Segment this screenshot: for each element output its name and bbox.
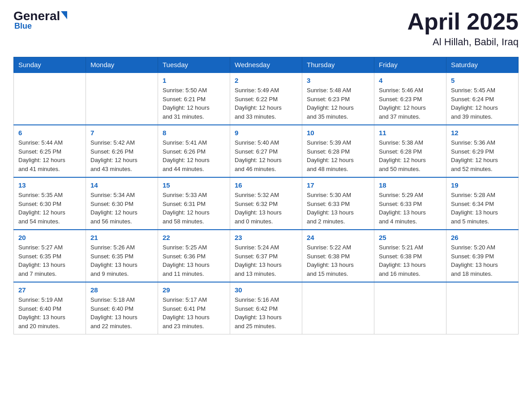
- day-info: Sunrise: 5:33 AM Sunset: 6:31 PM Dayligh…: [163, 191, 225, 226]
- calendar-cell: 1Sunrise: 5:50 AM Sunset: 6:21 PM Daylig…: [158, 73, 230, 125]
- calendar-cell: 16Sunrise: 5:32 AM Sunset: 6:32 PM Dayli…: [230, 177, 302, 230]
- logo-triangle-icon: [61, 11, 67, 19]
- day-number: 26: [451, 234, 514, 241]
- day-info: Sunrise: 5:40 AM Sunset: 6:27 PM Dayligh…: [235, 138, 297, 173]
- week-row-4: 20Sunrise: 5:27 AM Sunset: 6:35 PM Dayli…: [14, 230, 519, 282]
- day-info: Sunrise: 5:21 AM Sunset: 6:38 PM Dayligh…: [379, 243, 442, 278]
- day-number: 16: [235, 181, 297, 189]
- calendar-cell: 7Sunrise: 5:42 AM Sunset: 6:26 PM Daylig…: [86, 125, 158, 177]
- calendar-cell: 2Sunrise: 5:49 AM Sunset: 6:22 PM Daylig…: [230, 73, 302, 125]
- calendar-cell: 18Sunrise: 5:29 AM Sunset: 6:33 PM Dayli…: [374, 177, 446, 230]
- day-info: Sunrise: 5:39 AM Sunset: 6:28 PM Dayligh…: [307, 138, 369, 173]
- calendar-cell: 21Sunrise: 5:26 AM Sunset: 6:35 PM Dayli…: [86, 230, 158, 282]
- day-info: Sunrise: 5:46 AM Sunset: 6:23 PM Dayligh…: [379, 86, 442, 121]
- day-number: 30: [235, 286, 297, 294]
- calendar-cell: [374, 282, 446, 334]
- day-info: Sunrise: 5:48 AM Sunset: 6:23 PM Dayligh…: [307, 86, 369, 121]
- day-info: Sunrise: 5:41 AM Sunset: 6:26 PM Dayligh…: [163, 138, 225, 173]
- day-info: Sunrise: 5:18 AM Sunset: 6:40 PM Dayligh…: [90, 295, 153, 330]
- calendar-cell: 8Sunrise: 5:41 AM Sunset: 6:26 PM Daylig…: [158, 125, 230, 177]
- calendar-cell: 3Sunrise: 5:48 AM Sunset: 6:23 PM Daylig…: [302, 73, 374, 125]
- day-number: 21: [90, 234, 153, 241]
- day-number: 18: [379, 181, 442, 189]
- calendar-cell: 14Sunrise: 5:34 AM Sunset: 6:30 PM Dayli…: [86, 177, 158, 230]
- day-info: Sunrise: 5:35 AM Sunset: 6:30 PM Dayligh…: [18, 191, 81, 226]
- month-title: April 2025: [407, 9, 519, 34]
- day-info: Sunrise: 5:45 AM Sunset: 6:24 PM Dayligh…: [451, 86, 514, 121]
- calendar-cell: 30Sunrise: 5:16 AM Sunset: 6:42 PM Dayli…: [230, 282, 302, 334]
- day-number: 22: [163, 234, 225, 241]
- day-number: 5: [451, 77, 514, 84]
- calendar-cell: 13Sunrise: 5:35 AM Sunset: 6:30 PM Dayli…: [14, 177, 86, 230]
- column-header-monday: Monday: [86, 57, 158, 73]
- column-header-sunday: Sunday: [14, 57, 86, 73]
- title-area: April 2025 Al Hillah, Babil, Iraq: [407, 9, 519, 48]
- day-number: 25: [379, 234, 442, 241]
- column-header-friday: Friday: [374, 57, 446, 73]
- calendar-cell: 27Sunrise: 5:19 AM Sunset: 6:40 PM Dayli…: [14, 282, 86, 334]
- calendar-cell: [302, 282, 374, 334]
- calendar-cell: 26Sunrise: 5:20 AM Sunset: 6:39 PM Dayli…: [446, 230, 519, 282]
- day-number: 1: [163, 77, 225, 84]
- day-info: Sunrise: 5:20 AM Sunset: 6:39 PM Dayligh…: [451, 243, 514, 278]
- day-info: Sunrise: 5:36 AM Sunset: 6:29 PM Dayligh…: [451, 138, 514, 173]
- day-info: Sunrise: 5:49 AM Sunset: 6:22 PM Dayligh…: [235, 86, 297, 121]
- calendar-cell: [86, 73, 158, 125]
- day-number: 12: [451, 129, 514, 137]
- day-number: 13: [18, 181, 81, 189]
- day-info: Sunrise: 5:19 AM Sunset: 6:40 PM Dayligh…: [18, 295, 81, 330]
- day-info: Sunrise: 5:24 AM Sunset: 6:37 PM Dayligh…: [235, 243, 297, 278]
- day-info: Sunrise: 5:22 AM Sunset: 6:38 PM Dayligh…: [307, 243, 369, 278]
- day-info: Sunrise: 5:44 AM Sunset: 6:25 PM Dayligh…: [18, 138, 81, 173]
- calendar-cell: 10Sunrise: 5:39 AM Sunset: 6:28 PM Dayli…: [302, 125, 374, 177]
- day-info: Sunrise: 5:26 AM Sunset: 6:35 PM Dayligh…: [90, 243, 153, 278]
- calendar-cell: 25Sunrise: 5:21 AM Sunset: 6:38 PM Dayli…: [374, 230, 446, 282]
- week-row-1: 1Sunrise: 5:50 AM Sunset: 6:21 PM Daylig…: [14, 73, 519, 125]
- day-info: Sunrise: 5:17 AM Sunset: 6:41 PM Dayligh…: [163, 295, 225, 330]
- calendar-cell: 5Sunrise: 5:45 AM Sunset: 6:24 PM Daylig…: [446, 73, 519, 125]
- day-number: 23: [235, 234, 297, 241]
- calendar-cell: 11Sunrise: 5:38 AM Sunset: 6:28 PM Dayli…: [374, 125, 446, 177]
- calendar-cell: 28Sunrise: 5:18 AM Sunset: 6:40 PM Dayli…: [86, 282, 158, 334]
- day-info: Sunrise: 5:38 AM Sunset: 6:28 PM Dayligh…: [379, 138, 442, 173]
- day-number: 9: [235, 129, 297, 137]
- calendar-cell: 17Sunrise: 5:30 AM Sunset: 6:33 PM Dayli…: [302, 177, 374, 230]
- day-number: 10: [307, 129, 369, 137]
- day-number: 27: [18, 286, 81, 294]
- day-info: Sunrise: 5:25 AM Sunset: 6:36 PM Dayligh…: [163, 243, 225, 278]
- day-number: 28: [90, 286, 153, 294]
- day-info: Sunrise: 5:30 AM Sunset: 6:33 PM Dayligh…: [307, 191, 369, 226]
- calendar-table: SundayMondayTuesdayWednesdayThursdayFrid…: [13, 57, 519, 334]
- week-row-3: 13Sunrise: 5:35 AM Sunset: 6:30 PM Dayli…: [14, 177, 519, 230]
- day-number: 17: [307, 181, 369, 189]
- day-info: Sunrise: 5:42 AM Sunset: 6:26 PM Dayligh…: [90, 138, 153, 173]
- calendar-cell: 9Sunrise: 5:40 AM Sunset: 6:27 PM Daylig…: [230, 125, 302, 177]
- day-info: Sunrise: 5:29 AM Sunset: 6:33 PM Dayligh…: [379, 191, 442, 226]
- day-number: 2: [235, 77, 297, 84]
- day-info: Sunrise: 5:28 AM Sunset: 6:34 PM Dayligh…: [451, 191, 514, 226]
- logo-blue-text: Blue: [14, 21, 32, 31]
- calendar-cell: 15Sunrise: 5:33 AM Sunset: 6:31 PM Dayli…: [158, 177, 230, 230]
- day-number: 14: [90, 181, 153, 189]
- day-number: 6: [18, 129, 81, 137]
- day-info: Sunrise: 5:27 AM Sunset: 6:35 PM Dayligh…: [18, 243, 81, 278]
- day-number: 3: [307, 77, 369, 84]
- day-info: Sunrise: 5:32 AM Sunset: 6:32 PM Dayligh…: [235, 191, 297, 226]
- day-info: Sunrise: 5:50 AM Sunset: 6:21 PM Dayligh…: [163, 86, 225, 121]
- calendar-cell: 24Sunrise: 5:22 AM Sunset: 6:38 PM Dayli…: [302, 230, 374, 282]
- calendar-header-row: SundayMondayTuesdayWednesdayThursdayFrid…: [14, 57, 519, 73]
- calendar-cell: 29Sunrise: 5:17 AM Sunset: 6:41 PM Dayli…: [158, 282, 230, 334]
- calendar-cell: [14, 73, 86, 125]
- calendar-cell: 6Sunrise: 5:44 AM Sunset: 6:25 PM Daylig…: [14, 125, 86, 177]
- day-number: 15: [163, 181, 225, 189]
- column-header-tuesday: Tuesday: [158, 57, 230, 73]
- day-number: 20: [18, 234, 81, 241]
- column-header-thursday: Thursday: [302, 57, 374, 73]
- day-number: 19: [451, 181, 514, 189]
- calendar-cell: 4Sunrise: 5:46 AM Sunset: 6:23 PM Daylig…: [374, 73, 446, 125]
- calendar-cell: 19Sunrise: 5:28 AM Sunset: 6:34 PM Dayli…: [446, 177, 519, 230]
- logo: General Blue: [13, 9, 67, 31]
- calendar-cell: 20Sunrise: 5:27 AM Sunset: 6:35 PM Dayli…: [14, 230, 86, 282]
- day-number: 24: [307, 234, 369, 241]
- day-number: 7: [90, 129, 153, 137]
